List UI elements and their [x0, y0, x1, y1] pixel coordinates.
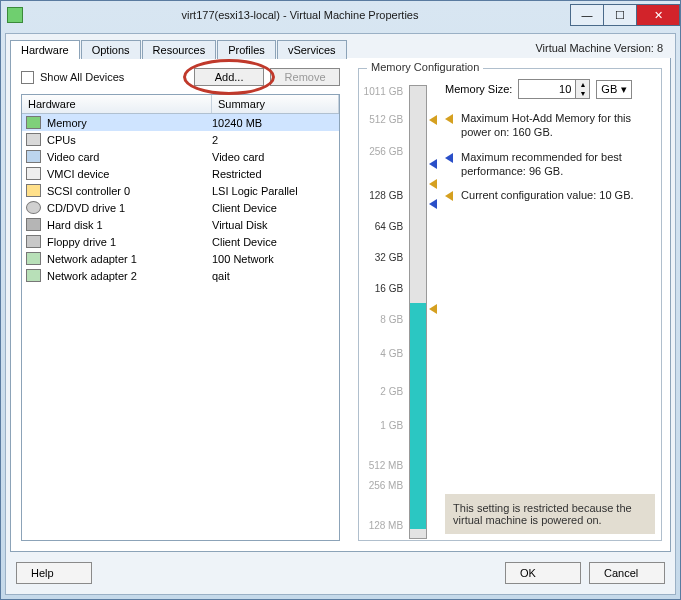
tick-8gb: 8 GB [380, 314, 403, 325]
note-current: Current configuration value: 10 GB. [461, 188, 633, 202]
row-name: CPUs [47, 134, 76, 146]
chevron-down-icon: ▾ [621, 83, 627, 96]
hardware-table: Hardware Summary Memory10240 MBCPUs2Vide… [21, 94, 340, 541]
app-icon [7, 7, 23, 23]
table-row[interactable]: VMCI deviceRestricted [22, 165, 339, 182]
note-max-hotadd: Maximum Hot-Add Memory for this power on… [461, 111, 655, 140]
row-name: Network adapter 2 [47, 270, 137, 282]
tick-32gb: 32 GB [375, 252, 403, 263]
unit-label: GB [601, 83, 617, 95]
remove-button: Remove [270, 68, 340, 86]
row-summary: Virtual Disk [212, 219, 335, 231]
table-row[interactable]: CPUs2 [22, 131, 339, 148]
cancel-button[interactable]: Cancel [589, 562, 665, 584]
tick-256gb: 256 GB [369, 146, 403, 157]
window-title: virt177(esxi13-local) - Virtual Machine … [29, 9, 571, 21]
memory-size-label: Memory Size: [445, 83, 512, 95]
dialog-body: Hardware Options Resources Profiles vSer… [5, 33, 676, 595]
tick-512gb: 512 GB [369, 114, 403, 125]
minimize-button[interactable]: — [570, 4, 604, 26]
tab-profiles[interactable]: Profiles [217, 40, 276, 59]
marker-current-icon [429, 304, 437, 314]
marker-max-hotadd-icon [429, 115, 437, 125]
memory-size-spinner[interactable]: ▲ ▼ [518, 79, 590, 99]
row-summary: 10240 MB [212, 117, 335, 129]
spin-down-icon[interactable]: ▼ [575, 89, 589, 98]
cd-icon [26, 201, 41, 214]
row-summary: Restricted [212, 168, 335, 180]
tab-vservices[interactable]: vServices [277, 40, 347, 59]
tab-bar: Hardware Options Resources Profiles vSer… [6, 34, 675, 58]
tick-128mb: 128 MB [369, 520, 403, 531]
memory-panel: Memory Configuration 1011 GB 512 GB 256 … [350, 58, 670, 551]
memory-scale: 1011 GB 512 GB 256 GB 128 GB 64 GB 32 GB… [365, 79, 437, 534]
tick-1gb: 1 GB [380, 420, 403, 431]
row-name: Video card [47, 151, 99, 163]
row-name: VMCI device [47, 168, 109, 180]
marker-best-icon [429, 159, 437, 169]
row-name: CD/DVD drive 1 [47, 202, 125, 214]
row-name: Network adapter 1 [47, 253, 137, 265]
row-summary: qait [212, 270, 335, 282]
row-name: Hard disk 1 [47, 219, 103, 231]
marker-current-top-icon [429, 179, 437, 189]
table-row[interactable]: SCSI controller 0LSI Logic Parallel [22, 182, 339, 199]
net-icon [26, 252, 41, 265]
col-hardware[interactable]: Hardware [22, 95, 212, 113]
row-summary: 100 Network [212, 253, 335, 265]
table-row[interactable]: CD/DVD drive 1Client Device [22, 199, 339, 216]
tick-256mb: 256 MB [369, 480, 403, 491]
row-summary: Video card [212, 151, 335, 163]
row-summary: 2 [212, 134, 335, 146]
vm-version-label: Virtual Machine Version: 8 [527, 38, 671, 58]
tab-options[interactable]: Options [81, 40, 141, 59]
ok-button[interactable]: OK [505, 562, 581, 584]
marker-current-side-icon [429, 199, 437, 209]
net-icon [26, 269, 41, 282]
tick-512mb: 512 MB [369, 460, 403, 471]
table-row[interactable]: Memory10240 MB [22, 114, 339, 131]
table-row[interactable]: Network adapter 1100 Network [22, 250, 339, 267]
tick-16gb: 16 GB [375, 283, 403, 294]
tick-4gb: 4 GB [380, 348, 403, 359]
tab-resources[interactable]: Resources [142, 40, 217, 59]
add-button[interactable]: Add... [194, 68, 264, 86]
maximize-button[interactable]: ☐ [603, 4, 637, 26]
memory-size-input[interactable] [519, 80, 575, 98]
close-button[interactable]: ✕ [636, 4, 680, 26]
tick-64gb: 64 GB [375, 221, 403, 232]
hardware-panel: Show All Devices Add... Remove Hardware … [11, 58, 350, 551]
scsi-icon [26, 184, 41, 197]
vm-properties-window: virt177(esxi13-local) - Virtual Machine … [0, 0, 681, 600]
triangle-gold-icon [445, 114, 453, 124]
row-summary: LSI Logic Parallel [212, 185, 335, 197]
table-row[interactable]: Video cardVideo card [22, 148, 339, 165]
table-row[interactable]: Floppy drive 1Client Device [22, 233, 339, 250]
spin-up-icon[interactable]: ▲ [575, 80, 589, 89]
hd-icon [26, 218, 41, 231]
triangle-gold-icon [445, 191, 453, 201]
video-icon [26, 150, 41, 163]
memory-legend: Memory Configuration [367, 61, 483, 73]
row-name: SCSI controller 0 [47, 185, 130, 197]
show-all-checkbox[interactable] [21, 71, 34, 84]
titlebar[interactable]: virt177(esxi13-local) - Virtual Machine … [1, 1, 680, 29]
table-row[interactable]: Network adapter 2qait [22, 267, 339, 284]
memory-slider[interactable] [409, 85, 427, 539]
floppy-icon [26, 235, 41, 248]
tick-128gb: 128 GB [369, 190, 403, 201]
tick-1011gb: 1011 GB [364, 86, 403, 97]
col-summary[interactable]: Summary [212, 95, 339, 113]
row-summary: Client Device [212, 236, 335, 248]
mem-icon [26, 116, 41, 129]
vmci-icon [26, 167, 41, 180]
memory-unit-select[interactable]: GB ▾ [596, 80, 632, 99]
row-name: Floppy drive 1 [47, 236, 116, 248]
table-body: Memory10240 MBCPUs2Video cardVideo cardV… [22, 114, 339, 284]
tab-hardware[interactable]: Hardware [10, 40, 80, 59]
table-row[interactable]: Hard disk 1Virtual Disk [22, 216, 339, 233]
row-name: Memory [47, 117, 87, 129]
note-best-perf: Maximum recommended for best performance… [461, 150, 655, 179]
tick-2gb: 2 GB [380, 386, 403, 397]
help-button[interactable]: Help [16, 562, 92, 584]
